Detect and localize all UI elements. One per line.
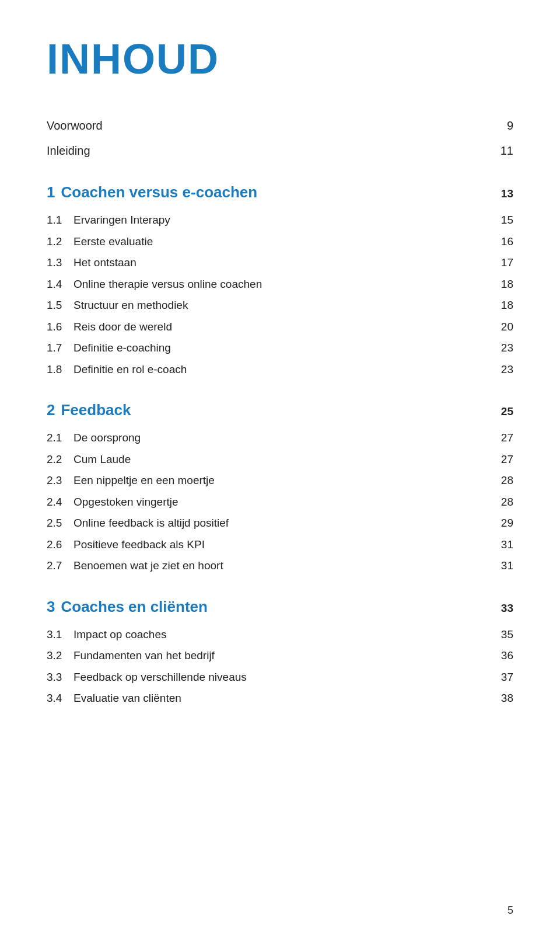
section-1-3-page: 17	[501, 255, 513, 271]
section-3-2-page: 36	[501, 647, 513, 664]
section-1-1: 1.1 Ervaringen Interapy 15	[47, 210, 513, 231]
section-2-3-num: 2.3	[47, 472, 68, 489]
section-1-7-title: Definitie e-coaching	[74, 340, 171, 357]
inleiding-page: 11	[501, 144, 513, 158]
section-1-8-page: 23	[501, 361, 513, 378]
section-2-5-page: 29	[501, 515, 513, 532]
section-2-4-num: 2.4	[47, 494, 68, 511]
section-1-4: 1.4 Online therapie versus online coache…	[47, 274, 513, 295]
section-1-4-title: Online therapie versus online coachen	[74, 276, 262, 293]
chapter-3-title: Coaches en cliënten	[61, 596, 207, 618]
section-2-3-title: Een nippeltje en een moertje	[74, 472, 215, 489]
section-3-1-title: Impact op coaches	[74, 626, 166, 643]
section-3-2: 3.2 Fundamenten van het bedrijf 36	[47, 645, 513, 667]
toc-voorwoord: Voorwoord 9	[47, 112, 513, 137]
page: INHOUD Voorwoord 9 Inleiding 11 1 Coache…	[0, 0, 560, 940]
section-2-4: 2.4 Opgestoken vingertje 28	[47, 492, 513, 513]
chapter-3-num: 3	[47, 596, 55, 618]
page-number: 5	[508, 904, 513, 917]
section-1-2: 1.2 Eerste evaluatie 16	[47, 231, 513, 253]
section-1-3-num: 1.3	[47, 255, 68, 271]
chapter-1-num: 1	[47, 181, 55, 204]
section-3-3: 3.3 Feedback op verschillende niveaus 37	[47, 667, 513, 688]
section-3-1-num: 3.1	[47, 626, 68, 643]
section-1-6-title: Reis door de wereld	[74, 319, 172, 336]
section-1-7: 1.7 Definitie e-coaching 23	[47, 337, 513, 359]
chapter-1-page: 13	[501, 186, 513, 203]
section-1-1-num: 1.1	[47, 212, 68, 229]
chapter-2-header: 2 Feedback 25	[47, 391, 513, 427]
section-1-7-num: 1.7	[47, 340, 68, 357]
section-2-1-title: De oorsprong	[74, 430, 141, 447]
section-2-6-title: Positieve feedback als KPI	[74, 537, 205, 553]
section-2-1-page: 27	[501, 430, 513, 447]
section-1-6: 1.6 Reis door de wereld 20	[47, 316, 513, 338]
section-2-3-page: 28	[501, 472, 513, 489]
section-3-2-title: Fundamenten van het bedrijf	[74, 647, 215, 664]
section-2-5-num: 2.5	[47, 515, 68, 532]
section-2-1-num: 2.1	[47, 430, 68, 447]
section-1-1-page: 15	[501, 212, 513, 229]
section-1-8: 1.8 Definitie en rol e-coach 23	[47, 359, 513, 381]
chapter-2-num: 2	[47, 399, 55, 422]
section-1-8-num: 1.8	[47, 361, 68, 378]
section-1-2-num: 1.2	[47, 234, 68, 250]
section-1-3-title: Het ontstaan	[74, 255, 136, 271]
section-1-5-page: 18	[501, 297, 513, 314]
section-2-3: 2.3 Een nippeltje en een moertje 28	[47, 470, 513, 492]
section-2-7-title: Benoemen wat je ziet en hoort	[74, 558, 223, 575]
section-1-4-num: 1.4	[47, 276, 68, 293]
section-3-1-page: 35	[501, 626, 513, 643]
inleiding-title: Inleiding	[47, 144, 90, 158]
section-3-4-num: 3.4	[47, 690, 68, 707]
chapter-2-page: 25	[501, 403, 513, 420]
section-2-4-page: 28	[501, 494, 513, 511]
voorwoord-title: Voorwoord	[47, 119, 103, 133]
section-3-2-num: 3.2	[47, 647, 68, 664]
page-title: INHOUD	[47, 35, 513, 83]
section-2-2: 2.2 Cum Laude 27	[47, 449, 513, 471]
section-1-5-title: Structuur en methodiek	[74, 297, 188, 314]
section-3-4: 3.4 Evaluatie van cliënten 38	[47, 688, 513, 709]
section-3-4-title: Evaluatie van cliënten	[74, 690, 181, 707]
section-1-2-page: 16	[501, 234, 513, 250]
chapter-3-header: 3 Coaches en cliënten 33	[47, 587, 513, 624]
section-3-3-title: Feedback op verschillende niveaus	[74, 669, 247, 686]
section-2-7-num: 2.7	[47, 558, 68, 575]
section-1-7-page: 23	[501, 340, 513, 357]
chapter-2-title: Feedback	[61, 399, 131, 422]
section-2-4-title: Opgestoken vingertje	[74, 494, 178, 511]
toc-inleiding: Inleiding 11	[47, 137, 513, 162]
table-of-contents: Voorwoord 9 Inleiding 11 1 Coachen versu…	[47, 112, 513, 709]
section-3-1: 3.1 Impact op coaches 35	[47, 624, 513, 646]
section-1-5-num: 1.5	[47, 297, 68, 314]
section-2-7-page: 31	[501, 558, 513, 575]
section-2-5: 2.5 Online feedback is altijd positief 2…	[47, 513, 513, 534]
section-2-6-page: 31	[501, 537, 513, 553]
chapter-3-page: 33	[501, 600, 513, 617]
section-2-5-title: Online feedback is altijd positief	[74, 515, 229, 532]
section-1-6-page: 20	[501, 319, 513, 336]
section-1-6-num: 1.6	[47, 319, 68, 336]
section-2-6: 2.6 Positieve feedback als KPI 31	[47, 534, 513, 556]
section-2-7: 2.7 Benoemen wat je ziet en hoort 31	[47, 555, 513, 577]
voorwoord-page: 9	[507, 119, 513, 133]
section-1-5: 1.5 Structuur en methodiek 18	[47, 295, 513, 316]
section-3-3-num: 3.3	[47, 669, 68, 686]
section-1-4-page: 18	[501, 276, 513, 293]
section-2-2-page: 27	[501, 451, 513, 468]
section-2-2-num: 2.2	[47, 451, 68, 468]
chapter-1-header: 1 Coachen versus e-coachen 13	[47, 173, 513, 210]
section-2-6-num: 2.6	[47, 537, 68, 553]
chapter-1-title: Coachen versus e-coachen	[61, 181, 257, 204]
section-1-2-title: Eerste evaluatie	[74, 234, 153, 250]
section-3-4-page: 38	[501, 690, 513, 707]
section-3-3-page: 37	[501, 669, 513, 686]
section-2-1: 2.1 De oorsprong 27	[47, 427, 513, 449]
section-1-3: 1.3 Het ontstaan 17	[47, 252, 513, 274]
section-1-1-title: Ervaringen Interapy	[74, 212, 170, 229]
section-1-8-title: Definitie en rol e-coach	[74, 361, 187, 378]
section-2-2-title: Cum Laude	[74, 451, 131, 468]
